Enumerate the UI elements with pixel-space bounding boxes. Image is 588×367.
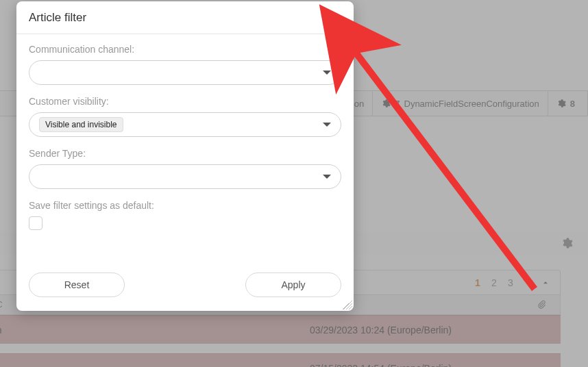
table-row[interactable]: 07/15/2022 14:54 (Europe/Berlin): [0, 353, 561, 367]
reset-button-label: Reset: [64, 279, 90, 290]
filter-icon[interactable]: [524, 278, 534, 288]
toolbar-dynfield-label: DynamicFieldScreenConfiguration: [404, 99, 539, 109]
field-save-default: Save filter settings as default:: [29, 200, 341, 230]
row-date: 03/29/2023 10:24 (Europe/Berlin): [310, 325, 547, 336]
close-button[interactable]: [326, 10, 341, 25]
field-sender-type: Sender Type:: [29, 148, 341, 189]
gear-icon[interactable]: [561, 237, 573, 249]
communication-channel-label: Communication channel:: [29, 44, 341, 55]
caret-up-icon[interactable]: [541, 278, 550, 288]
toolbar-item-on-label: on: [354, 99, 364, 109]
chevron-down-icon: [323, 123, 331, 127]
chevron-down-icon: [323, 71, 331, 75]
toolbar-dynfield-num: 7: [395, 99, 400, 109]
gear-icon: [556, 99, 566, 108]
toolbar-item-eight[interactable]: 8: [548, 91, 583, 116]
dialog-body: Communication channel: Customer visibili…: [16, 34, 354, 266]
row-subject: tion: [0, 325, 288, 336]
customer-visibility-select[interactable]: Visible and invisible: [29, 112, 341, 137]
header-left: JEC: [0, 300, 3, 309]
page-3[interactable]: 3: [504, 277, 517, 288]
toolbar-item-dynfield[interactable]: 7 DynamicFieldScreenConfiguration: [372, 91, 548, 116]
dialog-footer: Reset Apply: [16, 266, 354, 311]
save-default-checkbox[interactable]: [29, 216, 42, 230]
resize-handle[interactable]: [343, 300, 352, 309]
save-default-label: Save filter settings as default:: [29, 200, 341, 211]
article-filter-dialog: Article filter Communication channel: Cu…: [16, 1, 354, 311]
field-communication-channel: Communication channel:: [29, 44, 341, 85]
apply-button[interactable]: Apply: [245, 273, 341, 297]
row-date: 07/15/2022 14:54 (Europe/Berlin): [310, 363, 547, 368]
sender-type-label: Sender Type:: [29, 148, 341, 159]
communication-channel-select[interactable]: [29, 60, 341, 85]
chevron-down-icon: [323, 175, 331, 179]
gear-icon: [381, 99, 391, 108]
reset-button[interactable]: Reset: [29, 273, 125, 297]
customer-visibility-label: Customer visibility:: [29, 96, 341, 107]
apply-button-label: Apply: [281, 279, 305, 290]
toolbar-eight-label: 8: [570, 99, 575, 109]
page-2[interactable]: 2: [487, 277, 501, 288]
paperclip-icon: [537, 300, 546, 309]
table-row[interactable]: tion 03/29/2023 10:24 (Europe/Berlin): [0, 315, 561, 344]
page-1[interactable]: 1: [471, 277, 485, 288]
dialog-title: Article filter: [29, 11, 86, 25]
sender-type-select[interactable]: [29, 164, 341, 189]
field-customer-visibility: Customer visibility: Visible and invisib…: [29, 96, 341, 137]
dialog-header: Article filter: [16, 1, 354, 34]
customer-visibility-value: Visible and invisible: [39, 117, 123, 132]
close-icon: [328, 12, 339, 23]
